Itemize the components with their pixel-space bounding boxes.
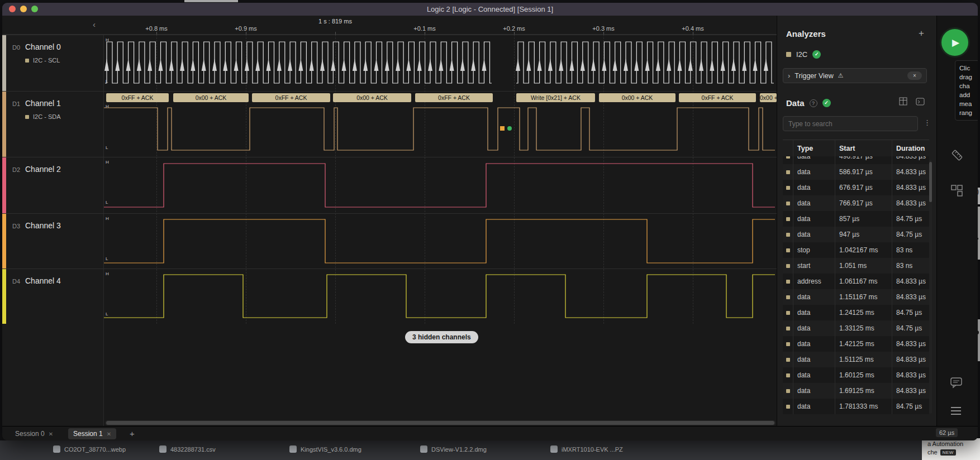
i2c-annotation-band: 0xFF + ACK0x00 + ACK0xFF + ACK0x00 + ACK… (104, 93, 777, 102)
file-icon (53, 445, 60, 453)
cell-type: data (793, 320, 835, 336)
table-row[interactable]: stop1.042167 ms83 ns (783, 242, 929, 258)
analyzer-ok-icon: ✓ (812, 50, 821, 59)
table-row[interactable]: data1.151167 ms84.833 µs (783, 289, 929, 305)
table-view-icon[interactable] (899, 97, 908, 108)
column-header-start[interactable]: Start (835, 140, 892, 156)
session-tab[interactable]: Session 0✕ (10, 428, 58, 439)
add-analyzer-button[interactable]: + (919, 28, 924, 39)
cell-dur: 84.833 µs (892, 336, 929, 352)
file-icon (159, 445, 166, 453)
table-row[interactable]: data1.33125 ms84.75 µs (783, 320, 929, 336)
cell-dur: 84.833 µs (892, 274, 929, 289)
table-row[interactable]: data1.51125 ms84.833 µs (783, 352, 929, 367)
table-row[interactable]: data1.24125 ms84.75 µs (783, 305, 929, 320)
search-input[interactable] (783, 117, 917, 131)
channel-label-d2[interactable]: D2Channel 2 (2, 157, 104, 213)
waveform-row-d2[interactable]: HL (104, 157, 777, 213)
chevron-right-icon: › (788, 71, 790, 80)
session-tab[interactable]: Session 1✕ (68, 428, 116, 439)
waveform-row-d4[interactable]: HL (104, 269, 777, 324)
channel-label-d4[interactable]: D4Channel 4 (2, 269, 104, 324)
help-icon[interactable]: ? (810, 99, 817, 107)
timing-marker-square[interactable] (500, 126, 505, 131)
data-search-box[interactable] (783, 116, 918, 131)
start-capture-button[interactable]: ▶ (941, 29, 968, 56)
waveform-row-d1[interactable]: HL0xFF + ACK0x00 + ACK0xFF + ACK0x00 + A… (104, 91, 777, 157)
row-type-icon (783, 327, 793, 330)
cell-type: data (793, 195, 835, 211)
row-type-icon (783, 295, 793, 299)
table-row[interactable]: address1.061167 ms84.833 µs (783, 274, 929, 289)
channel-color-stripe (2, 157, 6, 213)
new-session-button[interactable]: + (130, 429, 135, 438)
logic2-window: Logic 2 [Logic - Connected] [Session 1] … (2, 3, 978, 440)
annotations-layout-icon[interactable] (950, 184, 964, 200)
table-row[interactable]: data947 µs84.75 µs (783, 227, 929, 242)
cell-dur: 84.75 µs (892, 320, 929, 336)
window-title: Logic 2 [Logic - Connected] [Session 1] (427, 5, 553, 13)
timeline-ruler[interactable]: ‹ 1 s : 819 ms+0.8 ms+0.9 ms+0.1 ms+0.2 … (2, 16, 777, 35)
high-level-marker: H (106, 160, 109, 165)
waveform-row-d0[interactable]: HL (104, 35, 777, 91)
channel-label-d3[interactable]: D3Channel 3 (2, 213, 104, 269)
close-tab-icon[interactable]: ✕ (49, 431, 53, 437)
cell-type: data (793, 156, 835, 164)
minimize-button[interactable] (20, 6, 27, 12)
cell-dur: 84.833 µs (892, 367, 929, 383)
table-row[interactable]: data766.917 µs84.833 µs (783, 195, 929, 211)
more-options-icon[interactable]: ⋮ (924, 118, 931, 127)
menu-hamburger-icon[interactable] (950, 406, 962, 418)
cell-start: 586.917 µs (835, 164, 892, 180)
i2c-annotation: 0xFF + ACK (679, 93, 756, 102)
zoom-button[interactable] (31, 6, 38, 12)
trigger-view-row[interactable]: › Trigger View ⚠ × (783, 68, 927, 83)
channel-label-d0[interactable]: D0Channel 0I2C - SCL (2, 35, 104, 91)
trigger-close-button[interactable]: × (907, 71, 922, 80)
table-row[interactable]: data1.60125 ms84.833 µs (783, 367, 929, 383)
right-toolbar: ▶ Clicdragchaaddmearang (936, 16, 978, 426)
table-row[interactable]: data1.42125 ms84.833 µs (783, 336, 929, 352)
feedback-chat-icon[interactable] (950, 377, 963, 391)
cell-type: data (793, 367, 835, 383)
timing-marker-dot[interactable] (507, 126, 512, 131)
background-file-item: 4832288731.csv (159, 445, 216, 453)
close-tab-icon[interactable]: ✕ (107, 431, 111, 437)
table-row[interactable]: data1.781333 ms84.75 µs (783, 399, 929, 414)
table-row[interactable]: data586.917 µs84.833 µs (783, 164, 929, 180)
cell-dur: 84.833 µs (892, 164, 929, 180)
column-header-type[interactable]: Type (793, 140, 835, 156)
table-row[interactable]: data496.917 µs84.833 µs (783, 156, 929, 164)
terminal-view-icon[interactable] (916, 97, 925, 108)
column-header-duration[interactable]: Duration (892, 140, 929, 156)
horizontal-scrollbar[interactable] (105, 420, 776, 425)
table-row[interactable]: start1.051 ms83 ns (783, 258, 929, 274)
digital-waveform (104, 269, 777, 324)
title-bar[interactable]: Logic 2 [Logic - Connected] [Session 1] (2, 3, 978, 16)
waveform-area[interactable]: 3 hidden channels HLHL0xFF + ACK0x00 + A… (104, 35, 777, 426)
table-row[interactable]: data1.69125 ms84.833 µs (783, 383, 929, 399)
i2c-annotation: 0x00 + ACK (173, 93, 249, 102)
analyzer-color-swatch (786, 52, 791, 57)
jump-left-chevron-icon[interactable]: ‹ (93, 20, 96, 29)
cell-start: 1.042167 ms (835, 242, 892, 258)
table-scrollbar-thumb[interactable] (929, 162, 932, 202)
row-type-icon (783, 342, 793, 346)
waveform-row-d3[interactable]: HL (104, 213, 777, 269)
channel-color-stripe (2, 92, 6, 157)
table-scrollbar[interactable] (929, 160, 932, 414)
analyzer-item-i2c[interactable]: I2C ✓ (786, 50, 821, 59)
hidden-channels-button[interactable]: 3 hidden channels (405, 331, 478, 343)
channel-id: D3 (12, 223, 20, 229)
table-row[interactable]: data676.917 µs84.833 µs (783, 180, 929, 195)
cell-type: data (793, 336, 835, 352)
cell-type: data (793, 180, 835, 195)
cell-dur: 84.833 µs (892, 352, 929, 367)
channel-label-d1[interactable]: D1Channel 1I2C - SDA (2, 91, 104, 157)
table-row[interactable]: data857 µs84.75 µs (783, 211, 929, 227)
table-header: Type Start Duration (783, 140, 929, 156)
horizontal-scrollbar-thumb[interactable] (106, 421, 774, 425)
high-level-marker: H (106, 37, 109, 42)
close-button[interactable] (9, 6, 16, 12)
measure-ruler-icon[interactable] (950, 148, 964, 164)
